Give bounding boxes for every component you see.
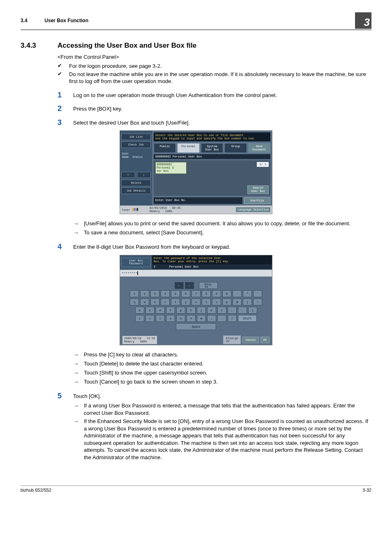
key-g[interactable]: g <box>176 307 185 314</box>
delete-key[interactable]: Dele te <box>199 282 218 289</box>
key-s[interactable]: s <box>145 307 154 314</box>
note-item: → Touch [Delete] to delete the last char… <box>73 360 371 368</box>
key-r[interactable]: r <box>161 298 170 305</box>
step-number: 5 <box>58 392 73 400</box>
arrow-icon: → <box>73 220 84 228</box>
key-f[interactable]: f <box>166 307 175 314</box>
status-footer: Toner 02/03/2010 09:45 Memory 100% Langu… <box>120 206 272 214</box>
key-d[interactable]: d <box>156 307 165 314</box>
scroll-up-button[interactable]: ↑ <box>121 172 135 178</box>
job-details-button[interactable]: Job Details <box>121 187 151 194</box>
footer-memory-label: Memory <box>150 210 160 213</box>
tab-group[interactable]: Group <box>224 143 247 153</box>
key-q[interactable]: q <box>130 298 139 305</box>
footer-memory-label: Memory <box>124 340 134 343</box>
key-9[interactable]: 9 <box>212 290 221 297</box>
key-b[interactable]: b <box>176 315 185 322</box>
key-:[interactable]: : <box>238 307 247 314</box>
use-file-button[interactable]: Use/File <box>244 197 270 204</box>
page-indicator: 1/ 1 <box>257 162 269 167</box>
key-^[interactable]: ^ <box>243 290 252 297</box>
key-0[interactable]: 0 <box>222 290 231 297</box>
password-field[interactable]: ******** <box>120 270 272 277</box>
tab-public[interactable]: Public <box>154 143 176 153</box>
key-i[interactable]: i <box>202 298 211 305</box>
key-z[interactable]: z <box>135 315 144 322</box>
key-2[interactable]: 2 <box>140 290 149 297</box>
note-item: → If the Enhanced Security Mode is set t… <box>73 418 371 461</box>
key-,[interactable]: , <box>207 315 216 322</box>
search-user-box-button[interactable]: Search User Box <box>247 185 269 194</box>
key-v[interactable]: v <box>166 315 175 322</box>
key-k[interactable]: k <box>207 307 216 314</box>
key-a[interactable]: a <box>135 307 144 314</box>
note-item: → To save a new document, select [Save D… <box>73 229 371 237</box>
key-u[interactable]: u <box>191 298 201 305</box>
key-@[interactable]: @ <box>233 298 242 305</box>
key-1[interactable]: 1 <box>130 290 139 297</box>
ok-button[interactable]: OK <box>261 337 270 343</box>
key-3[interactable]: 3 <box>150 290 159 297</box>
key-w[interactable]: w <box>140 298 149 305</box>
tab-system[interactable]: System User Box <box>201 143 223 153</box>
note-item: → Touch [Cancel] to go back to the scree… <box>73 378 371 386</box>
space-key[interactable]: Space <box>176 323 216 330</box>
save-document-button[interactable]: Save Document <box>248 143 270 153</box>
job-list-button[interactable]: Job List <box>121 134 151 140</box>
key-p[interactable]: p <box>222 298 231 305</box>
cursor-right-key[interactable]: → <box>185 282 194 289</box>
arrow-icon: → <box>73 418 84 461</box>
cancel-button[interactable]: Cancel <box>242 337 258 343</box>
key-l[interactable]: l <box>217 307 226 314</box>
key-][interactable]: ] <box>248 307 257 314</box>
key-5[interactable]: 5 <box>171 290 180 297</box>
hint-text: Enter the password of the selected User … <box>152 255 272 264</box>
key-\[interactable]: \ <box>253 298 262 305</box>
header-section-number: 3.4 <box>21 18 43 23</box>
step-number: 1 <box>58 91 73 99</box>
key-`[interactable]: ` <box>253 290 262 297</box>
key-x[interactable]: x <box>145 315 154 322</box>
checkmark-icon: ✔ <box>58 71 69 85</box>
key-7[interactable]: 7 <box>191 290 201 297</box>
user-box-card[interactable]: 000000002 Personal U ser Box <box>155 162 187 174</box>
cursor-left-key[interactable]: ← <box>175 282 184 289</box>
key-h[interactable]: h <box>187 307 196 314</box>
key-4[interactable]: 4 <box>161 290 170 297</box>
key-c[interactable]: c <box>156 315 165 322</box>
key-y[interactable]: y <box>181 298 190 305</box>
key-6[interactable]: 6 <box>181 290 190 297</box>
step-number: 2 <box>58 104 73 113</box>
scroll-down-button[interactable]: ↓ <box>137 172 151 178</box>
tab-personal[interactable]: Personal <box>177 143 199 153</box>
key-t[interactable]: t <box>171 298 180 305</box>
key-.[interactable]: . <box>217 315 226 322</box>
language-selection-button[interactable]: Language Selection <box>236 207 270 212</box>
key-8[interactable]: 8 <box>202 290 211 297</box>
shift-key[interactable]: Shift <box>238 315 257 322</box>
enter-box-no-field[interactable]: Enter User Box No. <box>154 197 242 204</box>
key-/[interactable]: / <box>228 315 237 322</box>
key-[[interactable]: [ <box>243 298 252 305</box>
key-n[interactable]: n <box>187 315 196 322</box>
step-number: 4 <box>58 243 73 251</box>
prerequisite-item: ✔ For the logon procedure, see page 3-2. <box>58 62 371 70</box>
header-section: 3.4 User Box Function <box>21 18 88 23</box>
step-3: 3 Select the desired User Box and touch … <box>58 118 371 127</box>
subsection-number: 3.4.3 <box>21 42 58 50</box>
subsection-heading: 3.4.3 Accessing the User Box and User Bo… <box>21 42 371 50</box>
page-header: 3.4 User Box Function 3 <box>21 12 371 30</box>
key-m[interactable]: m <box>197 315 206 322</box>
page-footer: bizhub 652/552 3-32 <box>21 486 371 493</box>
check-job-button[interactable]: Check Job <box>121 141 151 148</box>
enlarge-button[interactable]: Enlarge On <box>223 335 241 344</box>
delete-button[interactable]: Delete <box>121 180 151 186</box>
key-;[interactable]: ; <box>228 307 237 314</box>
key-j[interactable]: j <box>197 307 206 314</box>
key-o[interactable]: o <box>212 298 221 305</box>
note-item: → If a wrong User Box Password is entere… <box>73 402 371 416</box>
key--[interactable]: - <box>233 290 242 297</box>
keyboard-row-2: qwertyuiop@[\ <box>123 298 269 305</box>
footer-memory-pct: 100% <box>165 210 172 213</box>
key-e[interactable]: e <box>150 298 159 305</box>
